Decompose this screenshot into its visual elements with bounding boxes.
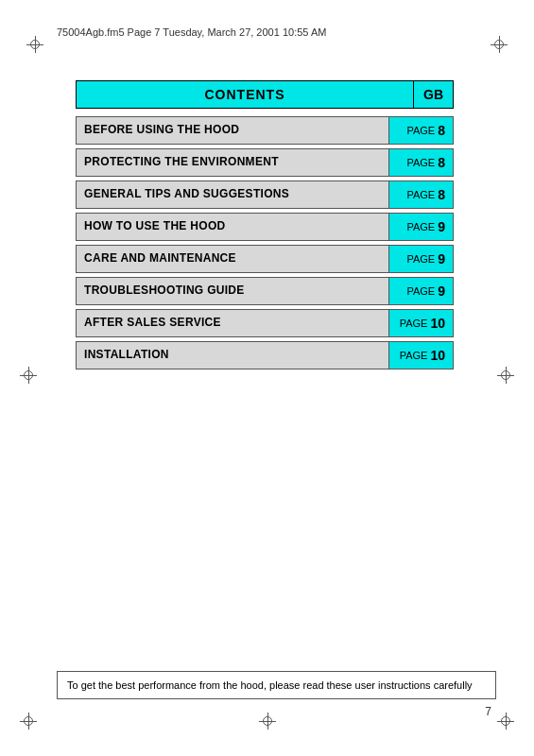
toc-page-word-1: PAGE (406, 157, 435, 168)
toc-page-5: PAGE 9 (388, 278, 453, 304)
crosshair-mid-left (20, 367, 37, 384)
content-area: CONTENTS GB BEFORE USING THE HOOD PAGE 8… (76, 80, 454, 373)
toc-page-0: PAGE 8 (388, 117, 453, 144)
toc-row-2: GENERAL TIPS AND SUGGESTIONS PAGE 8 (76, 180, 454, 209)
toc-row-5: TROUBLESHOOTING GUIDE PAGE 9 (76, 277, 454, 305)
toc-label-0: BEFORE USING THE HOOD (77, 117, 388, 144)
toc-page-word-4: PAGE (406, 253, 435, 265)
toc-label-5: TROUBLESHOOTING GUIDE (77, 278, 388, 304)
toc-label-6: AFTER SALES SERVICE (77, 310, 388, 336)
page-number: 7 (485, 705, 491, 718)
toc-page-word-5: PAGE (406, 285, 435, 297)
toc-label-3: HOW TO USE THE HOOD (77, 214, 388, 240)
toc-label-1: PROTECTING THE ENVIRONMENT (77, 149, 388, 176)
crosshair-mid-right (497, 367, 514, 384)
toc-page-1: PAGE 8 (388, 149, 453, 176)
toc-page-num-7: 10 (430, 348, 445, 363)
crosshair-bottom-left (20, 713, 37, 730)
page: 75004Agb.fm5 Page 7 Tuesday, March 27, 2… (0, 0, 534, 756)
toc-row-3: HOW TO USE THE HOOD PAGE 9 (76, 213, 454, 241)
header-text: 75004Agb.fm5 Page 7 Tuesday, March 27, 2… (57, 26, 326, 38)
toc-page-word-0: PAGE (406, 125, 435, 136)
toc-page-num-4: 9 (438, 251, 445, 266)
toc-page-num-5: 9 (438, 284, 445, 299)
toc-page-7: PAGE 10 (388, 342, 453, 369)
toc-page-num-6: 10 (430, 316, 445, 331)
toc-row-4: CARE AND MAINTENANCE PAGE 9 (76, 245, 454, 273)
toc-page-word-3: PAGE (406, 221, 435, 232)
contents-gb: GB (413, 80, 454, 109)
toc-page-6: PAGE 10 (388, 310, 453, 336)
toc-page-word-6: PAGE (400, 318, 428, 329)
toc-page-word-7: PAGE (400, 350, 428, 361)
toc-page-num-1: 8 (438, 155, 445, 170)
crosshair-top-right (491, 36, 508, 53)
toc-row-7: INSTALLATION PAGE 10 (76, 341, 454, 369)
footer-note: To get the best performance from the hoo… (57, 671, 496, 699)
toc-page-word-2: PAGE (406, 189, 435, 200)
contents-header: CONTENTS GB (76, 80, 454, 109)
toc-row-6: AFTER SALES SERVICE PAGE 10 (76, 309, 454, 337)
crosshair-bottom-right (497, 713, 514, 730)
toc-page-num-3: 9 (438, 219, 445, 234)
crosshair-bottom-center (259, 713, 276, 730)
toc-page-4: PAGE 9 (388, 246, 453, 272)
toc-label-7: INSTALLATION (77, 342, 388, 369)
toc-page-3: PAGE 9 (388, 214, 453, 240)
toc-page-num-2: 8 (438, 187, 445, 202)
header-bar: 75004Agb.fm5 Page 7 Tuesday, March 27, 2… (57, 26, 496, 38)
toc-row-0: BEFORE USING THE HOOD PAGE 8 (76, 116, 454, 145)
toc-row-1: PROTECTING THE ENVIRONMENT PAGE 8 (76, 148, 454, 177)
toc-label-4: CARE AND MAINTENANCE (77, 246, 388, 272)
contents-title: CONTENTS (76, 80, 413, 109)
toc-page-2: PAGE 8 (388, 181, 453, 208)
toc-label-2: GENERAL TIPS AND SUGGESTIONS (77, 181, 388, 208)
crosshair-top-left (26, 36, 43, 53)
toc-page-num-0: 8 (438, 123, 445, 138)
